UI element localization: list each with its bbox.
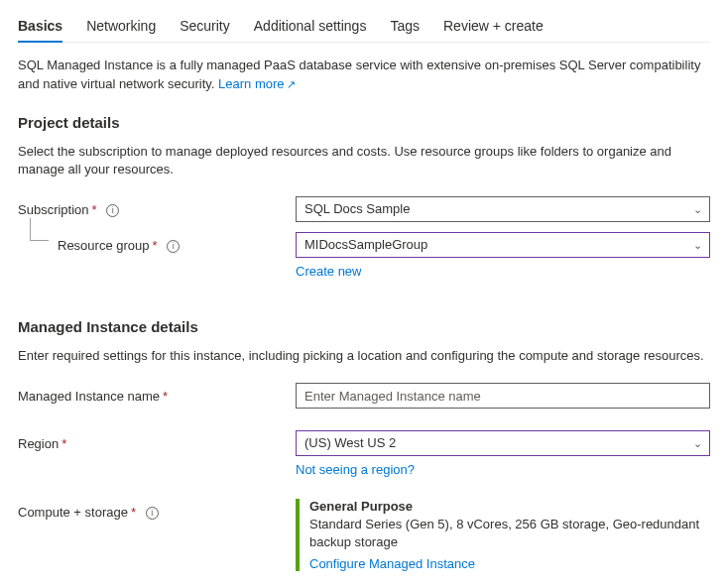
- external-link-icon: ↗: [287, 78, 296, 90]
- tab-security[interactable]: Security: [180, 12, 230, 42]
- managed-instance-heading: Managed Instance details: [18, 318, 710, 335]
- instance-name-label-text: Managed Instance name: [18, 389, 160, 404]
- resource-group-row: Resource group* i MIDocsSampleGroup ⌄ Cr…: [18, 232, 710, 279]
- required-asterisk: *: [131, 505, 136, 520]
- resource-group-label: Resource group* i: [18, 232, 296, 253]
- subscription-label-text: Subscription: [18, 202, 89, 217]
- configure-managed-instance-link[interactable]: Configure Managed Instance: [309, 556, 475, 571]
- subscription-select-value: SQL Docs Sample: [296, 196, 710, 222]
- instance-name-label: Managed Instance name*: [18, 383, 296, 404]
- subscription-select[interactable]: SQL Docs Sample ⌄: [296, 196, 710, 222]
- tab-review-create[interactable]: Review + create: [443, 12, 544, 42]
- compute-storage-label-text: Compute + storage: [18, 505, 128, 520]
- info-icon[interactable]: i: [146, 507, 159, 520]
- resource-group-select[interactable]: MIDocsSampleGroup ⌄: [296, 232, 710, 258]
- region-label: Region*: [18, 430, 296, 451]
- create-new-link[interactable]: Create new: [296, 264, 361, 279]
- compute-desc: Standard Series (Gen 5), 8 vCores, 256 G…: [309, 516, 710, 551]
- instance-name-row: Managed Instance name*: [18, 383, 710, 409]
- required-asterisk: *: [92, 202, 97, 217]
- region-select[interactable]: (US) West US 2 ⌄: [296, 430, 710, 456]
- compute-title: General Purpose: [309, 499, 710, 514]
- instance-name-input[interactable]: [296, 383, 710, 409]
- subscription-row: Subscription* i SQL Docs Sample ⌄: [18, 196, 710, 222]
- region-row: Region* (US) West US 2 ⌄ Not seeing a re…: [18, 430, 710, 477]
- learn-more-label: Learn more: [218, 76, 284, 91]
- info-icon[interactable]: i: [106, 204, 119, 217]
- learn-more-link[interactable]: Learn more↗: [218, 76, 295, 91]
- managed-instance-desc: Enter required settings for this instanc…: [18, 347, 710, 365]
- resource-group-label-text: Resource group: [58, 238, 150, 253]
- region-select-value: (US) West US 2: [296, 430, 710, 456]
- tab-networking[interactable]: Networking: [86, 12, 156, 42]
- required-asterisk: *: [153, 238, 158, 253]
- required-asterisk: *: [163, 389, 168, 404]
- tabs-bar: Basics Networking Security Additional se…: [18, 12, 710, 43]
- not-seeing-region-link[interactable]: Not seeing a region?: [296, 462, 415, 477]
- info-icon[interactable]: i: [167, 240, 180, 253]
- tab-tags[interactable]: Tags: [390, 12, 420, 42]
- intro-text-content: SQL Managed Instance is a fully managed …: [18, 58, 700, 91]
- project-details-desc: Select the subscription to manage deploy…: [18, 143, 710, 178]
- compute-storage-row: Compute + storage* i General Purpose Sta…: [18, 499, 710, 570]
- subscription-label: Subscription* i: [18, 196, 296, 217]
- compute-summary: General Purpose Standard Series (Gen 5),…: [296, 499, 710, 570]
- tab-additional-settings[interactable]: Additional settings: [254, 12, 367, 42]
- resource-group-select-value: MIDocsSampleGroup: [296, 232, 710, 258]
- required-asterisk: *: [61, 436, 66, 451]
- project-details-heading: Project details: [18, 114, 710, 131]
- region-label-text: Region: [18, 436, 59, 451]
- compute-storage-label: Compute + storage* i: [18, 499, 296, 520]
- intro-text: SQL Managed Instance is a fully managed …: [18, 57, 710, 94]
- tab-basics[interactable]: Basics: [18, 12, 62, 42]
